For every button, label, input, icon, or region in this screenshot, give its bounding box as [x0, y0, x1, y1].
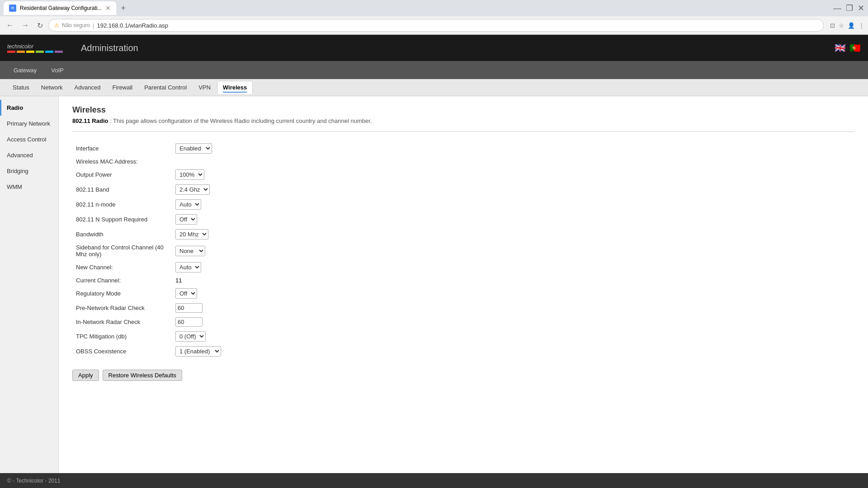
- input-in-radar[interactable]: [175, 317, 203, 327]
- subtitle-bold: 802.11 Radio: [72, 117, 108, 124]
- page-title: Wireless: [72, 105, 854, 115]
- menu-bar: Status Network Advanced Firewall Parenta…: [0, 79, 868, 96]
- menu-wireless[interactable]: Wireless: [217, 81, 253, 94]
- label-80211-nmode: 802.11 n-mode: [72, 197, 172, 212]
- label-new-channel: New Channel:: [72, 260, 172, 275]
- select-interface[interactable]: Enabled Disabled: [175, 143, 212, 154]
- field-tpc: TPC Mitigation (db) 0 (Off) 1: [72, 329, 344, 344]
- logo-text: technicolor: [7, 43, 33, 50]
- menu-parental-control[interactable]: Parental Control: [139, 81, 192, 94]
- forward-button[interactable]: →: [19, 19, 32, 31]
- browser-toolbar: ⊡ ☆ 👤 ⋮: [830, 22, 864, 29]
- select-obss[interactable]: 0 (Disabled) 1 (Enabled): [175, 346, 221, 357]
- footer: © - Technicolor - 2011: [0, 473, 868, 488]
- input-pre-radar[interactable]: [175, 303, 203, 313]
- field-80211-band: 802.11 Band 2.4 Ghz 5 Ghz: [72, 182, 344, 197]
- label-output-power: Output Power: [72, 167, 172, 182]
- field-mac-address: Wireless MAC Address:: [72, 156, 344, 167]
- select-sideband[interactable]: None Upper Lower: [175, 246, 205, 256]
- cast-icon[interactable]: ⊡: [830, 22, 835, 29]
- back-button[interactable]: ←: [4, 19, 16, 31]
- field-output-power: Output Power 100% 75% 50% 25%: [72, 167, 344, 182]
- value-mac-address: [172, 156, 344, 167]
- nav-voip[interactable]: VoIP: [45, 64, 70, 76]
- close-icon[interactable]: ✕: [858, 3, 864, 13]
- tab-favicon: R: [9, 5, 16, 12]
- restore-defaults-button[interactable]: Restore Wireless Defaults: [103, 370, 182, 381]
- field-sideband: Sideband for Control Channel (40 Mhz onl…: [72, 242, 344, 260]
- address-bar: ← → ↻ ⚠ Não seguro | 192.168.0.1/wlanRad…: [0, 16, 868, 34]
- label-mac-address: Wireless MAC Address:: [72, 156, 172, 167]
- menu-network[interactable]: Network: [36, 81, 68, 94]
- field-bandwidth: Bandwidth 20 Mhz 40 Mhz: [72, 227, 344, 242]
- select-80211n-required[interactable]: Off On: [175, 214, 197, 225]
- field-regulatory-mode: Regulatory Mode Off On: [72, 286, 344, 301]
- browser-chrome: R Residential Gateway Configurati... ✕ +…: [0, 0, 868, 35]
- field-80211-nmode: 802.11 n-mode Auto Off: [72, 197, 344, 212]
- value-current-channel: 11: [172, 275, 344, 286]
- profile-icon[interactable]: 👤: [848, 22, 855, 29]
- logo-color-orange: [17, 51, 25, 53]
- label-regulatory-mode: Regulatory Mode: [72, 286, 172, 301]
- sidebar-bridging-label: Bridging: [7, 168, 28, 174]
- sidebar-primary-network-label: Primary Network: [7, 120, 50, 127]
- sidebar-advanced-label: Advanced: [7, 152, 33, 159]
- subtitle-text: : This page allows configuration of the …: [110, 117, 372, 124]
- select-bandwidth[interactable]: 20 Mhz 40 Mhz: [175, 229, 208, 239]
- sidebar-item-access-control[interactable]: Access Control: [0, 131, 58, 147]
- select-output-power[interactable]: 100% 75% 50% 25%: [175, 169, 204, 180]
- menu-firewall[interactable]: Firewall: [107, 81, 138, 94]
- field-in-radar: In-Network Radar Check: [72, 315, 344, 329]
- minimize-icon[interactable]: —: [833, 4, 841, 13]
- label-80211n-required: 802.11 N Support Required: [72, 212, 172, 227]
- sidebar-item-wmm[interactable]: WMM: [0, 179, 58, 195]
- more-icon[interactable]: ⋮: [859, 22, 864, 29]
- select-tpc[interactable]: 0 (Off) 1: [175, 331, 206, 342]
- field-interface: Interface Enabled Disabled: [72, 141, 344, 156]
- menu-status[interactable]: Status: [7, 81, 35, 94]
- sidebar-radio-label: Radio: [7, 104, 23, 111]
- new-tab-button[interactable]: +: [118, 4, 128, 13]
- bookmark-icon[interactable]: ☆: [839, 22, 844, 29]
- header-title: Administration: [81, 43, 138, 53]
- menu-advanced[interactable]: Advanced: [69, 81, 106, 94]
- nav-gateway[interactable]: Gateway: [7, 64, 43, 76]
- menu-vpn[interactable]: VPN: [193, 81, 216, 94]
- restore-icon[interactable]: ❐: [846, 3, 853, 13]
- select-80211-nmode[interactable]: Auto Off: [175, 199, 201, 210]
- tab-bar: R Residential Gateway Configurati... ✕ +…: [0, 0, 868, 16]
- active-tab[interactable]: R Residential Gateway Configurati... ✕: [4, 1, 116, 15]
- sidebar-item-bridging[interactable]: Bridging: [0, 163, 58, 179]
- field-current-channel: Current Channel: 11: [72, 275, 344, 286]
- settings-form: Interface Enabled Disabled Wireless MAC …: [72, 141, 344, 359]
- field-new-channel: New Channel: Auto 1234 5678 91011: [72, 260, 344, 275]
- address-input[interactable]: ⚠ Não seguro | 192.168.0.1/wlanRadio.asp: [48, 19, 824, 32]
- page-subtitle: 802.11 Radio : This page allows configur…: [72, 117, 854, 124]
- address-text: 192.168.0.1/wlanRadio.asp: [97, 22, 168, 29]
- field-80211n-required: 802.11 N Support Required Off On: [72, 212, 344, 227]
- sidebar-access-control-label: Access Control: [7, 136, 46, 143]
- label-obss: OBSS Coexistence: [72, 344, 172, 359]
- field-obss: OBSS Coexistence 0 (Disabled) 1 (Enabled…: [72, 344, 344, 359]
- select-new-channel[interactable]: Auto 1234 5678 91011: [175, 262, 201, 272]
- sidebar-item-advanced[interactable]: Advanced: [0, 147, 58, 163]
- app-header: technicolor Administration 🇬🇧 🇵🇹: [0, 35, 868, 61]
- select-regulatory-mode[interactable]: Off On: [175, 288, 197, 299]
- tab-title: Residential Gateway Configurati...: [20, 5, 102, 11]
- logo-color-purple: [55, 51, 63, 53]
- divider: [72, 131, 854, 132]
- flag-pt[interactable]: 🇵🇹: [849, 42, 861, 53]
- tab-close-icon[interactable]: ✕: [105, 5, 111, 12]
- label-pre-radar: Pre-Network Radar Check: [72, 301, 172, 315]
- flag-uk[interactable]: 🇬🇧: [835, 42, 846, 53]
- select-80211-band[interactable]: 2.4 Ghz 5 Ghz: [175, 184, 210, 195]
- sidebar-item-radio[interactable]: Radio: [0, 100, 58, 116]
- sidebar-item-primary-network[interactable]: Primary Network: [0, 116, 58, 131]
- apply-button[interactable]: Apply: [72, 370, 99, 381]
- logo-color-red: [7, 51, 15, 53]
- label-in-radar: In-Network Radar Check: [72, 315, 172, 329]
- label-sideband: Sideband for Control Channel (40 Mhz onl…: [72, 242, 172, 260]
- sidebar-wmm-label: WMM: [7, 183, 22, 190]
- logo-color-yellow: [26, 51, 34, 53]
- refresh-button[interactable]: ↻: [34, 19, 46, 32]
